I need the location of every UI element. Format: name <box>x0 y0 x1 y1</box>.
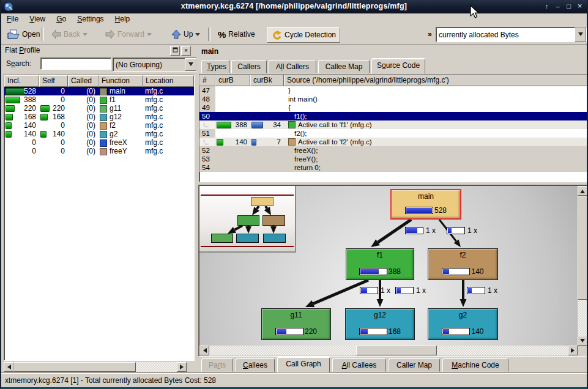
function-row-f1[interactable]: 3880(0)f1mfg.c <box>4 95 194 104</box>
graph-node-f2[interactable]: f2140 <box>428 248 498 280</box>
maximize-button[interactable]: □ <box>564 2 574 11</box>
edge-call-count-label: 1 x <box>447 226 477 235</box>
location-value: mfg.c <box>145 95 163 104</box>
flat-profile-dock-header[interactable]: Flat Profile × <box>5 46 193 56</box>
function-row-g11[interactable]: 220220(0)g11mfg.c <box>4 104 194 113</box>
overview-node <box>262 215 285 226</box>
cycle-detection-toggle-button[interactable]: Cycle Detection <box>267 27 340 43</box>
hscroll-thumb[interactable] <box>13 362 136 372</box>
source-column-curBk[interactable]: curBk <box>250 75 284 86</box>
source-column-curB[interactable]: curB <box>215 75 250 86</box>
tab-callers[interactable]: Callers <box>231 60 267 73</box>
graph-node-g2[interactable]: g2140 <box>428 308 498 340</box>
tab-all-callers[interactable]: All Callers <box>269 60 316 73</box>
up-dropdown-caret[interactable] <box>195 33 200 39</box>
graph-node-g11[interactable]: g11220 <box>261 308 331 340</box>
self-value: 220 <box>53 104 65 113</box>
graph-node-g12[interactable]: g12168 <box>345 308 415 340</box>
graph-node-main[interactable]: main528 <box>390 189 461 220</box>
location-value: mfg.c <box>145 121 163 130</box>
up-button[interactable]: Up <box>168 27 204 42</box>
scroll-right-button[interactable] <box>568 346 578 355</box>
function-row-freeX[interactable]: 00(0)freeXmfg.c <box>4 138 194 147</box>
tab-callees[interactable]: Callees <box>236 358 275 372</box>
tab-call-graph[interactable]: Call Graph <box>277 357 330 372</box>
location-value: mfg.c <box>145 147 163 155</box>
tab-source-code[interactable]: Source Code <box>371 59 425 74</box>
function-color-swatch <box>100 97 107 104</box>
scroll-down-button[interactable] <box>578 336 587 346</box>
scroll-left-button[interactable] <box>199 346 209 355</box>
source-line-48[interactable]: 48int main() <box>199 95 587 103</box>
title-bar[interactable]: xtmemory.kcg.6274 [/home/philippe/valgri… <box>1 0 587 13</box>
source-line-53[interactable]: 53freeY(); <box>199 155 587 163</box>
back-button[interactable]: Back <box>48 27 91 42</box>
scroll-left-button[interactable] <box>4 362 13 372</box>
source-line-49[interactable]: 49{ <box>199 103 587 112</box>
forward-dropdown-caret[interactable] <box>147 33 152 39</box>
scroll-up-button[interactable] <box>578 186 587 196</box>
function-row-main[interactable]: 5280(0)mainmfg.c <box>4 87 194 95</box>
active-call-row[interactable]: 38834Active call to 'f1' (mfg.c) <box>199 120 587 129</box>
grouping-combobox[interactable]: (No Grouping) <box>113 57 197 72</box>
column-header-called[interactable]: Called <box>68 75 99 87</box>
graph-vscrollbar[interactable] <box>578 186 587 346</box>
close-button[interactable]: × <box>575 2 585 11</box>
column-header-incl[interactable]: Incl. <box>4 75 39 87</box>
source-line-54[interactable]: 54return 0; <box>199 163 587 172</box>
event-type-combobox[interactable]: currently allocated Bytes <box>436 27 587 42</box>
menu-bar: FileViewGoSettingsHelp <box>1 13 587 26</box>
menu-file[interactable]: File <box>1 13 24 25</box>
flat-profile-hscrollbar[interactable] <box>4 362 187 372</box>
source-line-47[interactable]: 47} <box>199 86 587 95</box>
toolbar-overflow-chevron[interactable]: » <box>428 30 432 39</box>
call-graph-viewport[interactable]: main528f1388f2140g11220g12168g2140 1 x1 … <box>199 186 578 346</box>
tab-machine-code[interactable]: Machine Code <box>442 358 508 372</box>
source-line-50[interactable]: 50f1(); <box>199 112 587 120</box>
incl-value: 0 <box>32 138 36 147</box>
rollup-button[interactable]: ↑ <box>541 2 552 11</box>
source-column-Source[interactable]: Source ('/home/philippe/valgrind/littlep… <box>284 75 587 86</box>
back-dropdown-caret[interactable] <box>83 33 87 39</box>
source-line-51[interactable]: 51f2(); <box>199 129 587 138</box>
function-name: f1 <box>110 95 116 104</box>
minimize-button[interactable]: – <box>553 2 563 11</box>
menu-view[interactable]: View <box>24 13 51 25</box>
combobox-dropdown-button[interactable] <box>575 28 586 42</box>
forward-button[interactable]: Forward <box>102 27 155 42</box>
hscroll-thumb[interactable] <box>356 346 437 355</box>
function-row-f2[interactable]: 1400(0)f2mfg.c <box>4 121 194 130</box>
vscroll-thumb[interactable] <box>578 196 587 300</box>
source-line-52[interactable]: 52freeX(); <box>199 146 587 155</box>
function-row-g12[interactable]: 168168(0)g12mfg.c <box>4 113 194 121</box>
dock-float-button[interactable] <box>170 46 180 56</box>
graph-hscrollbar[interactable] <box>199 346 578 355</box>
column-header-location[interactable]: Location <box>143 75 194 87</box>
function-row-g2[interactable]: 140140(0)g2mfg.c <box>4 130 194 138</box>
function-row-freeY[interactable]: 00(0)freeYmfg.c <box>4 147 194 155</box>
tab-parts[interactable]: Parts <box>201 358 233 372</box>
column-header-self[interactable]: Self <box>39 75 68 87</box>
node-cost-value: 220 <box>305 327 317 336</box>
graph-node-f1[interactable]: f1388 <box>346 248 414 280</box>
grouping-dropdown-button[interactable] <box>185 58 196 71</box>
graph-birdseye-overview[interactable] <box>199 186 296 253</box>
scroll-right-button[interactable] <box>177 362 187 372</box>
relative-toggle-button[interactable]: % Relative <box>214 27 259 42</box>
location-value: mfg.c <box>145 87 163 95</box>
column-header-function[interactable]: Function <box>99 75 143 87</box>
menu-go[interactable]: Go <box>51 13 72 25</box>
node-label: f1 <box>346 251 414 259</box>
triangle-down-icon <box>580 339 585 345</box>
active-call-row[interactable]: 1407Active call to 'f2' (mfg.c) <box>199 138 587 146</box>
search-input[interactable] <box>40 57 111 70</box>
tab-callee-map[interactable]: Callee Map <box>318 60 370 73</box>
tab-caller-map[interactable]: Caller Map <box>389 358 440 372</box>
menu-help[interactable]: Help <box>110 13 136 25</box>
open-button[interactable]: Open <box>4 27 43 42</box>
source-column-num[interactable]: # <box>199 75 215 86</box>
dock-close-button[interactable]: × <box>181 46 191 56</box>
tab-all-callees[interactable]: All Callees <box>332 358 386 372</box>
menu-settings[interactable]: Settings <box>72 13 109 25</box>
tab-types[interactable]: Types <box>201 60 229 73</box>
